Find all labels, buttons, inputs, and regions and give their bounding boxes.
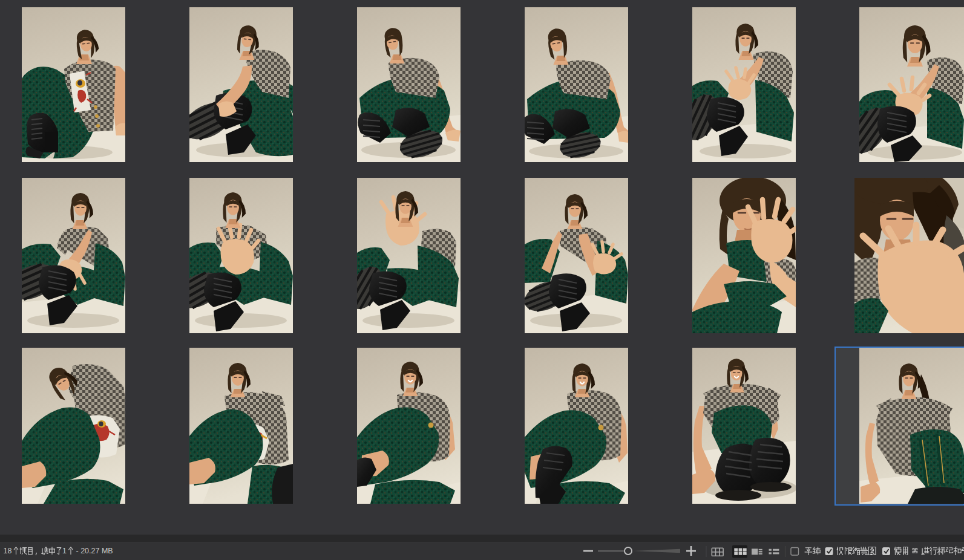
svg-text:1: 1 [62,547,67,555]
svg-text:18: 18 [4,547,12,555]
svg-text:- 20.27 MB: - 20.27 MB [76,547,113,555]
